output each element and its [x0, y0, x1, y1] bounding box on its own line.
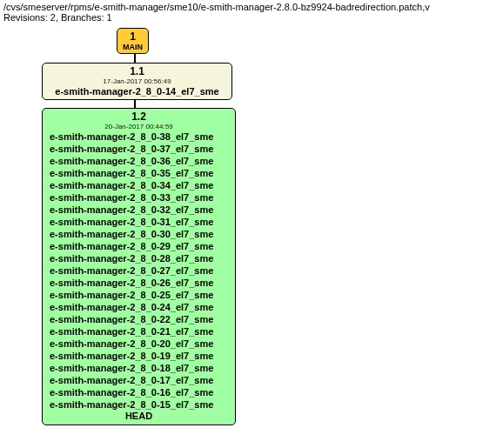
revision-tag: e-smith-manager-2_8_0-14_el7_sme	[48, 85, 226, 97]
revision-tag: e-smith-manager-2_8_0-37_el7_sme	[50, 143, 228, 155]
revision-tag: e-smith-manager-2_8_0-35_el7_sme	[50, 167, 228, 179]
revision-tag: e-smith-manager-2_8_0-17_el7_sme	[50, 374, 228, 386]
revision-tag: e-smith-manager-2_8_0-22_el7_sme	[50, 313, 228, 325]
revision-stats: Revisions: 2, Branches: 1	[0, 12, 503, 26]
revision-tag: e-smith-manager-2_8_0-20_el7_sme	[50, 338, 228, 350]
revision-tag: e-smith-manager-2_8_0-34_el7_sme	[50, 179, 228, 191]
revision-tag: e-smith-manager-2_8_0-19_el7_sme	[50, 350, 228, 362]
revision-tag: e-smith-manager-2_8_0-15_el7_sme	[50, 398, 228, 411]
revision-tag: e-smith-manager-2_8_0-33_el7_sme	[50, 191, 228, 204]
revision-tag: e-smith-manager-2_8_0-29_el7_sme	[50, 240, 228, 252]
revision-tag: e-smith-manager-2_8_0-16_el7_sme	[50, 386, 228, 398]
branch-node-main[interactable]: 1 MAIN	[117, 28, 149, 54]
revision-tag: e-smith-manager-2_8_0-25_el7_sme	[50, 289, 228, 301]
revision-tag: e-smith-manager-2_8_0-21_el7_sme	[50, 325, 228, 338]
revision-tag: e-smith-manager-2_8_0-18_el7_sme	[50, 362, 228, 374]
revision-tag: e-smith-manager-2_8_0-27_el7_sme	[50, 264, 228, 277]
branch-name: MAIN	[123, 43, 143, 51]
revision-tag: e-smith-manager-2_8_0-28_el7_sme	[50, 252, 228, 264]
revision-node-1-1[interactable]: 1.1 17-Jan-2017 00:56:49 e-smith-manager…	[42, 63, 232, 100]
revision-tag: e-smith-manager-2_8_0-26_el7_sme	[50, 277, 228, 289]
repo-path: /cvs/smeserver/rpms/e-smith-manager/sme1…	[0, 0, 503, 12]
revision-graph: 1 MAIN 1.1 17-Jan-2017 00:56:49 e-smith-…	[0, 26, 503, 444]
revision-tag: e-smith-manager-2_8_0-24_el7_sme	[50, 301, 228, 313]
revision-tag: e-smith-manager-2_8_0-31_el7_sme	[50, 216, 228, 228]
head-tag: HEAD	[50, 411, 228, 421]
revision-date: 17-Jan-2017 00:56:49	[48, 77, 226, 85]
branch-number: 1	[123, 30, 143, 43]
revision-tag: e-smith-manager-2_8_0-30_el7_sme	[50, 228, 228, 240]
revision-number: 1.1	[48, 65, 226, 77]
revision-node-1-2[interactable]: 1.2 20-Jan-2017 00:44:59 e-smith-manager…	[42, 108, 236, 425]
revision-tag: e-smith-manager-2_8_0-32_el7_sme	[50, 204, 228, 216]
revision-tag: e-smith-manager-2_8_0-36_el7_sme	[50, 155, 228, 167]
revision-tag: e-smith-manager-2_8_0-38_el7_sme	[50, 130, 228, 143]
revision-date: 20-Jan-2017 00:44:59	[50, 123, 228, 130]
revision-number: 1.2	[50, 110, 228, 123]
